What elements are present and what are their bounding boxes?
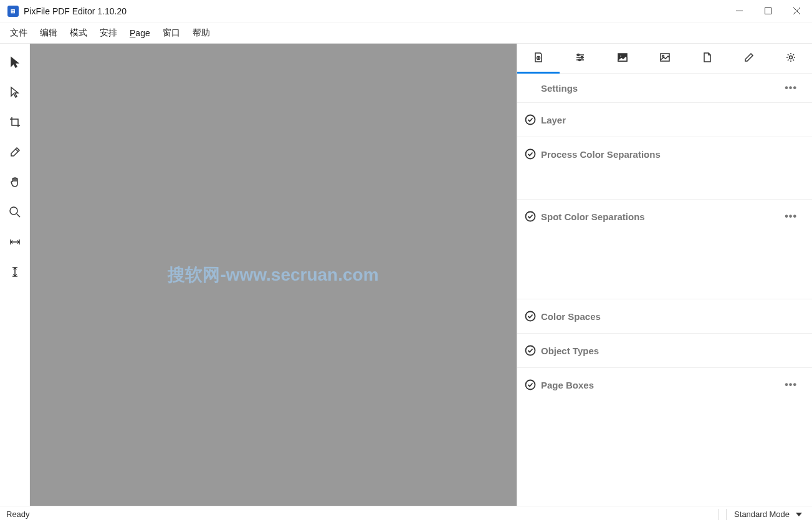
panel-tab-image-filled[interactable]: [601, 44, 644, 74]
section-object-types: Object Types: [517, 333, 812, 367]
svg-rect-22: [661, 54, 669, 61]
minimize-button[interactable]: [725, 0, 753, 22]
right-panel: Settings ••• Layer Process Color Separat…: [517, 44, 812, 506]
section-process-head[interactable]: Process Color Separations: [517, 137, 812, 171]
section-process-color: Process Color Separations: [517, 137, 812, 199]
titlebar: ⊞ PixFile PDF Editor 1.10.20: [0, 0, 812, 22]
menubar: 文件 编辑 模式 安排 Page 窗口 帮助: [0, 22, 812, 44]
panel-body: Settings ••• Layer Process Color Separat…: [517, 74, 812, 506]
section-spot-menu[interactable]: •••: [782, 211, 800, 222]
left-toolbar: [0, 44, 30, 506]
menu-mode[interactable]: 模式: [64, 24, 93, 42]
section-spot-head[interactable]: Spot Color Separations •••: [517, 200, 812, 233]
maximize-button[interactable]: [753, 0, 782, 22]
section-layer: Layer: [517, 102, 812, 137]
svg-point-28: [526, 312, 535, 321]
zoom-tool[interactable]: [4, 201, 26, 223]
check-circle-icon: [525, 114, 536, 125]
height-measure-tool[interactable]: [4, 261, 26, 283]
section-page-boxes: Page Boxes •••: [517, 367, 812, 402]
status-divider: [726, 509, 727, 520]
section-color-spaces: Color Spaces: [517, 299, 812, 333]
svg-point-24: [790, 56, 793, 59]
check-circle-icon: [525, 211, 536, 222]
svg-line-5: [17, 214, 20, 217]
svg-rect-1: [765, 8, 771, 14]
menu-arrange[interactable]: 安排: [93, 24, 123, 42]
section-process-label: Process Color Separations: [541, 149, 800, 160]
pointer-tool[interactable]: [4, 51, 26, 74]
panel-tab-settings[interactable]: [770, 44, 812, 74]
panel-tab-edit[interactable]: [728, 44, 770, 74]
document-canvas[interactable]: 搜软网-www.secruan.com: [30, 44, 517, 506]
menu-edit[interactable]: 编辑: [34, 24, 64, 42]
section-otypes-head[interactable]: Object Types: [517, 334, 812, 367]
dropdown-icon: [796, 513, 802, 516]
check-circle-icon: [525, 345, 536, 356]
app-icon: ⊞: [7, 6, 19, 17]
panel-tab-image-outline[interactable]: [644, 44, 686, 74]
check-circle-icon: [525, 148, 536, 160]
svg-point-30: [526, 380, 535, 390]
section-spot-label: Spot Color Separations: [541, 211, 782, 222]
watermark-text: 搜软网-www.secruan.com: [168, 263, 378, 287]
svg-point-13: [538, 58, 538, 59]
section-pboxes-head[interactable]: Page Boxes •••: [517, 368, 812, 402]
mode-label: Standard Mode: [734, 510, 790, 519]
status-ready: Ready: [6, 510, 30, 519]
select-tool[interactable]: [4, 81, 26, 104]
menu-page[interactable]: Page: [123, 24, 156, 42]
panel-tabs: [517, 44, 812, 74]
section-cspaces-label: Color Spaces: [541, 311, 800, 322]
section-layer-label: Layer: [541, 115, 800, 125]
section-pboxes-label: Page Boxes: [541, 380, 782, 390]
app-title: PixFile PDF Editor 1.10.20: [24, 6, 127, 16]
panel-tab-preview[interactable]: [517, 44, 560, 74]
settings-header-menu[interactable]: •••: [782, 82, 800, 94]
menu-help[interactable]: 帮助: [186, 24, 216, 42]
panel-tab-document[interactable]: [685, 44, 728, 74]
menu-window[interactable]: 窗口: [156, 24, 186, 42]
svg-point-25: [526, 115, 535, 125]
svg-point-4: [10, 207, 17, 215]
menu-file[interactable]: 文件: [4, 24, 34, 42]
section-spot-color: Spot Color Separations •••: [517, 199, 812, 299]
settings-header: Settings •••: [517, 74, 812, 102]
mode-selector[interactable]: Standard Mode: [730, 510, 806, 519]
svg-point-23: [662, 56, 664, 57]
hand-tool[interactable]: [4, 171, 26, 193]
section-cspaces-head[interactable]: Color Spaces: [517, 299, 812, 333]
settings-header-label: Settings: [541, 83, 782, 94]
section-pboxes-menu[interactable]: •••: [782, 379, 800, 390]
svg-point-29: [526, 346, 535, 355]
section-otypes-label: Object Types: [541, 346, 800, 356]
section-layer-head[interactable]: Layer: [517, 103, 812, 137]
close-button[interactable]: [782, 0, 811, 22]
check-circle-icon: [525, 311, 536, 322]
svg-point-26: [526, 150, 535, 159]
check-circle-icon: [525, 379, 536, 390]
panel-tab-adjust[interactable]: [560, 44, 602, 74]
eyedropper-tool[interactable]: [4, 141, 26, 163]
svg-point-27: [526, 212, 535, 221]
crop-tool[interactable]: [4, 111, 26, 133]
status-divider: [718, 509, 719, 520]
statusbar: Ready Standard Mode: [0, 506, 812, 522]
width-measure-tool[interactable]: [4, 231, 26, 253]
svg-point-21: [619, 56, 621, 57]
